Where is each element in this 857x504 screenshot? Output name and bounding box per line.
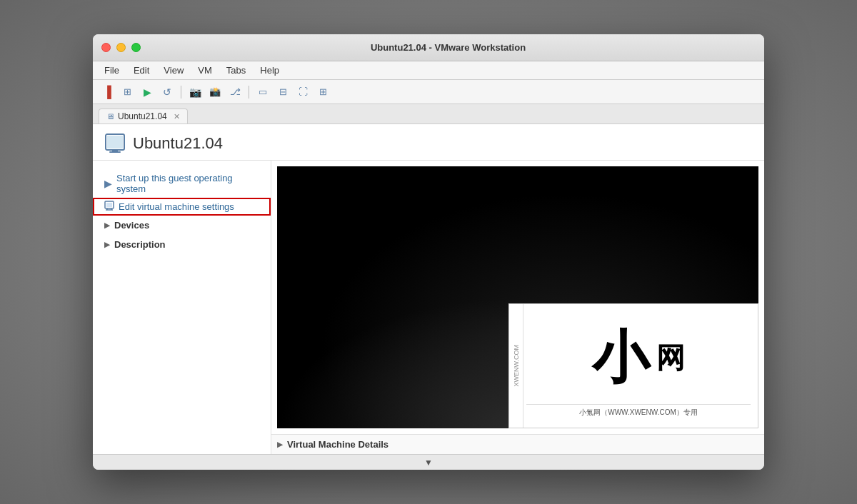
watermark-content: 小 网 小氪网（WWW.XWENW.COM）专用 <box>509 304 758 428</box>
svg-rect-3 <box>109 151 121 153</box>
close-button[interactable] <box>101 43 111 52</box>
description-label: Description <box>114 239 166 250</box>
tab-ubuntu[interactable]: 🖥 Ubuntu21.04 ✕ <box>99 109 188 124</box>
vm-details-label: Virtual Machine Details <box>287 439 389 450</box>
right-panel: XWENW.COM 小 网 小氪网（WWW.XWENW.COM）专用 ▶ <box>271 161 764 454</box>
svg-rect-5 <box>106 203 112 207</box>
watermark-overlay: XWENW.COM 小 网 小氪网（WWW.XWENW.COM）专用 <box>508 303 758 428</box>
snapshot2-icon[interactable]: 📸 <box>206 84 224 101</box>
watermark-side-url: XWENW.COM <box>513 345 520 387</box>
statusbar: ▼ <box>93 454 764 470</box>
svg-rect-2 <box>112 150 118 151</box>
devices-label: Devices <box>114 220 149 231</box>
play-icon[interactable]: ▶ <box>139 84 156 101</box>
devices-chevron: ▶ <box>104 221 110 229</box>
startup-label: Start up this guest operating system <box>116 173 259 194</box>
power-icon[interactable]: ▐ <box>99 84 116 101</box>
svg-rect-1 <box>107 136 123 148</box>
play-action-icon: ▶ <box>104 178 112 189</box>
main-content: Ubuntu21.04 ▶ Start up this guest operat… <box>93 124 764 454</box>
fullscreen-icon[interactable]: ⛶ <box>294 84 311 101</box>
settings-action-icon <box>104 201 114 213</box>
vm-title: Ubuntu21.04 <box>133 134 223 153</box>
description-section[interactable]: ▶ Description <box>93 235 271 254</box>
toolbar: ▐ ⊞ ▶ ↺ 📷 📸 ⎇ ▭ ⊟ ⛶ ⊞ <box>93 80 764 104</box>
window-title: Ubuntu21.04 - VMware Workstation <box>141 42 756 53</box>
menu-tabs[interactable]: Tabs <box>221 64 251 77</box>
toolbar-separator2 <box>249 86 249 99</box>
statusbar-icon: ▼ <box>424 458 433 468</box>
vm-header: Ubuntu21.04 <box>93 124 764 161</box>
devices-section[interactable]: ▶ Devices <box>93 216 271 235</box>
startup-action[interactable]: ▶ Start up this guest operating system <box>93 169 271 198</box>
split-icon[interactable]: ⊞ <box>119 84 136 101</box>
left-panel: ▶ Start up this guest operating system <box>93 161 271 454</box>
watermark-url-bottom: 小氪网（WWW.XWENW.COM）专用 <box>526 404 751 420</box>
toolbar-separator <box>181 86 181 99</box>
edit-settings-action[interactable]: Edit virtual machine settings <box>93 198 271 216</box>
view3-icon[interactable]: ⊞ <box>314 84 331 101</box>
snapshot-icon[interactable]: 📷 <box>186 84 204 101</box>
menu-help[interactable]: Help <box>254 64 285 77</box>
tabbar: 🖥 Ubuntu21.04 ✕ <box>93 104 764 124</box>
tab-close-icon[interactable]: ✕ <box>174 112 180 121</box>
vmware-window: Ubuntu21.04 - VMware Workstation File Ed… <box>93 34 764 470</box>
vm-details-section[interactable]: ▶ Virtual Machine Details <box>271 434 764 454</box>
menu-view[interactable]: View <box>158 64 189 77</box>
maximize-button[interactable] <box>131 43 141 52</box>
watermark-side: XWENW.COM <box>509 304 523 428</box>
menu-file[interactable]: File <box>99 64 125 77</box>
watermark-char: 小 <box>592 329 649 386</box>
menu-edit[interactable]: Edit <box>128 64 155 77</box>
usb-icon[interactable]: ⎇ <box>226 84 244 101</box>
menubar: File Edit View VM Tabs Help <box>93 61 764 80</box>
vm-header-icon <box>104 133 126 154</box>
minimize-button[interactable] <box>116 43 126 52</box>
refresh-icon[interactable]: ↺ <box>159 84 176 101</box>
titlebar: Ubuntu21.04 - VMware Workstation <box>93 34 764 61</box>
description-chevron: ▶ <box>104 241 110 248</box>
view1-icon[interactable]: ▭ <box>254 84 271 101</box>
window-controls <box>101 43 141 52</box>
vm-details-chevron: ▶ <box>277 440 283 448</box>
watermark-text: 网 <box>656 338 685 378</box>
content-area: ▶ Start up this guest operating system <box>93 161 764 454</box>
menu-vm[interactable]: VM <box>192 64 218 77</box>
edit-settings-label: Edit virtual machine settings <box>119 201 234 212</box>
tab-label: Ubuntu21.04 <box>118 111 167 121</box>
vm-screen[interactable]: XWENW.COM 小 网 小氪网（WWW.XWENW.COM）专用 <box>277 166 758 428</box>
view2-icon[interactable]: ⊟ <box>274 84 291 101</box>
watermark-logo: 小 网 <box>592 311 685 404</box>
tab-vm-icon: 🖥 <box>106 112 114 121</box>
